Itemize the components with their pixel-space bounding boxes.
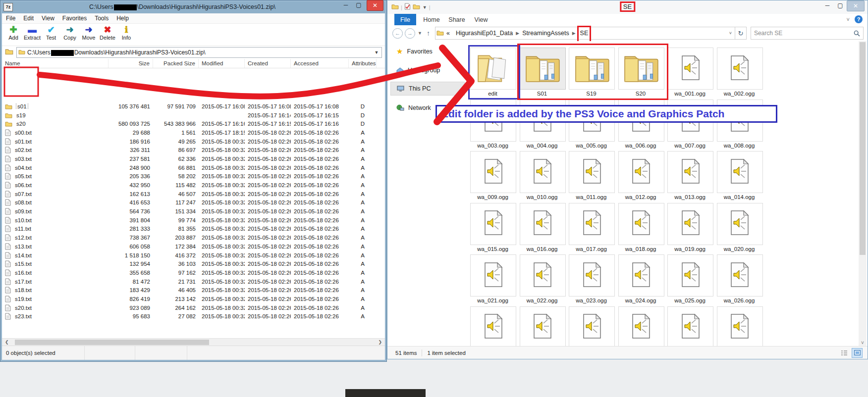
column-header-name[interactable]: Name [2,59,108,68]
folder-icon[interactable] [391,3,399,11]
tab-file[interactable]: File [394,14,416,25]
file-item-wa_014.ogg[interactable] [717,151,763,193]
nav-item-homegroup[interactable]: Homegroup [390,64,465,77]
file-item-wa_025.ogg[interactable] [667,254,713,297]
table-row-s19[interactable]: s192015-05-17 16:142015-05-17 16:15D [2,111,385,120]
properties-check-icon[interactable] [404,3,411,11]
address-dropdown-icon[interactable]: ▼ [373,50,380,55]
copy-button[interactable]: ➜Copy [60,24,79,41]
breadcrumb-overflow[interactable]: « [446,30,450,37]
sevenzip-address-input[interactable]: C:\UsersDownloads\Higurashi\HigurashiPS3… [16,47,382,58]
file-item-wa_023.ogg[interactable] [569,254,615,297]
table-row-s07.txt[interactable]: s07.txt162 61346 5072015-05-18 00:322015… [2,190,385,198]
column-header-size[interactable]: Size [108,59,153,68]
file-item-wa_024.ogg[interactable] [618,254,664,297]
delete-button[interactable]: ✖Delete [98,24,117,41]
maximize-button[interactable]: ▢ [352,0,365,10]
table-row-s09.txt[interactable]: s09.txt564 736151 3342015-05-18 00:32201… [2,207,385,216]
menu-help[interactable]: Help [112,15,133,22]
menu-view[interactable]: View [38,15,58,22]
file-item[interactable] [520,306,566,347]
file-item-wa_020.ogg[interactable] [717,203,763,245]
close-button[interactable]: ✕ [847,0,865,11]
table-row-s13.txt[interactable]: s13.txt606 058172 3842015-05-18 00:32201… [2,242,385,251]
table-row-s19.txt[interactable]: s19.txt826 419213 1422015-05-18 00:32201… [2,295,385,303]
help-icon[interactable]: ? [855,15,863,23]
column-header-attributes[interactable]: Attributes [349,59,377,68]
table-row-s11.txt[interactable]: s11.txt281 33381 3552015-05-18 00:322015… [2,225,385,234]
menu-favorites[interactable]: Favorites [58,15,91,22]
file-item-wa_018.ogg[interactable] [618,203,664,245]
table-row-s20.txt[interactable]: s20.txt923 089264 1622015-05-18 00:32201… [2,303,385,312]
breadcrumb-item[interactable]: StreamingAssets [522,30,569,37]
back-button[interactable]: ← [392,28,403,39]
refresh-icon[interactable]: ↻ [735,27,747,40]
table-row-s03.txt[interactable]: s03.txt237 58162 3362015-05-18 00:322015… [2,154,385,163]
move-button[interactable]: ➜Move [79,24,98,41]
table-row-s02.txt[interactable]: s02.txt326 31186 6972015-05-18 00:322015… [2,146,385,154]
address-dropdown-icon[interactable]: ˅ [729,31,734,36]
file-item-wa_002.ogg[interactable] [717,48,763,90]
horizontal-scrollbar[interactable]: ❮ ❯ [2,338,385,346]
tab-share[interactable]: Share [446,14,468,25]
new-folder-icon[interactable] [413,3,420,11]
close-button[interactable]: ✕ [367,0,383,11]
table-row-s10.txt[interactable]: s10.txt391 80499 7742015-05-18 00:322015… [2,216,385,225]
file-item[interactable] [618,306,664,347]
tab-view[interactable]: View [471,14,491,25]
file-item[interactable] [717,306,763,347]
scroll-right-icon[interactable]: ❯ [378,340,382,345]
tab-home[interactable]: Home [420,14,443,25]
large-icons-view-icon[interactable] [852,348,863,358]
scrollbar-thumb[interactable] [15,340,209,345]
details-view-icon[interactable] [839,348,850,358]
column-header-created[interactable]: Created [245,59,291,68]
qat-dropdown-icon[interactable]: ▼ [423,5,427,10]
file-item[interactable] [569,306,615,347]
table-row-s12.txt[interactable]: s12.txt738 367203 8872015-05-18 00:32201… [2,233,385,242]
file-item-wa_001.ogg[interactable] [667,48,713,90]
minimize-button[interactable]: ─ [339,0,352,10]
table-row-s01[interactable]: s01105 376 48197 591 7092015-05-17 16:08… [2,102,385,111]
file-item-wa_011.ogg[interactable] [569,151,615,193]
scroll-left-icon[interactable]: ❮ [5,340,9,345]
folder-item-edit[interactable] [470,48,516,90]
history-dropdown-icon[interactable]: ▼ [418,31,422,36]
file-item-wa_022.ogg[interactable] [520,254,566,297]
table-row-s15.txt[interactable]: s15.txt132 95436 1032015-05-18 00:322015… [2,259,385,268]
menu-file[interactable]: File [2,15,19,22]
file-item-wa_016.ogg[interactable] [520,203,566,245]
column-header-accessed[interactable]: Accessed [291,59,349,68]
file-item[interactable] [470,306,516,347]
table-row-s00.txt[interactable]: s00.txt29 6881 5612015-05-17 18:152015-0… [2,128,385,137]
scrollbar-thumb[interactable] [860,42,866,255]
folder-item-S20[interactable] [618,48,664,90]
info-button[interactable]: ℹInfo [117,24,136,41]
folder-item-S19[interactable] [569,48,615,90]
forward-button[interactable]: → [405,28,415,39]
table-row-s16.txt[interactable]: s16.txt355 65897 1622015-05-18 00:322015… [2,268,385,277]
table-row-s08.txt[interactable]: s08.txt416 653117 2472015-05-18 00:32201… [2,198,385,207]
minimize-button[interactable]: ─ [821,0,834,10]
table-row-s05.txt[interactable]: s05.txt205 33658 2022015-05-18 00:322015… [2,172,385,181]
breadcrumb-item[interactable]: HigurashiEp01_Data [456,30,513,37]
file-item[interactable] [667,306,713,347]
up-button[interactable]: ↑ [427,29,430,37]
file-item-wa_010.ogg[interactable] [520,151,566,193]
file-item-wa_021.ogg[interactable] [470,254,516,297]
extract-button[interactable]: ▬Extract [23,24,42,41]
menu-edit[interactable]: Edit [19,15,38,22]
column-header-row[interactable]: NameSizePacked SizeModifiedCreatedAccess… [2,59,385,68]
table-row-s14.txt[interactable]: s14.txt1 518 150416 3722015-05-18 00:322… [2,251,385,260]
maximize-button[interactable]: ▢ [834,0,847,10]
folder-item-S01[interactable] [520,48,566,90]
file-item-wa_015.ogg[interactable] [470,203,516,245]
nav-item-this-pc[interactable]: This PC [390,82,465,96]
ribbon-expand-icon[interactable]: ˅ [847,16,850,22]
search-input[interactable]: Search SE [751,27,864,40]
scroll-down-icon[interactable]: ˅ [859,340,867,346]
nav-item-favorites[interactable]: ★ Favorites [390,45,465,58]
add-button[interactable]: ✚Add [4,24,23,41]
table-row-s23.txt[interactable]: s23.txt95 68327 0822015-05-18 00:322015-… [2,312,385,321]
parent-folder-icon[interactable] [5,48,13,57]
